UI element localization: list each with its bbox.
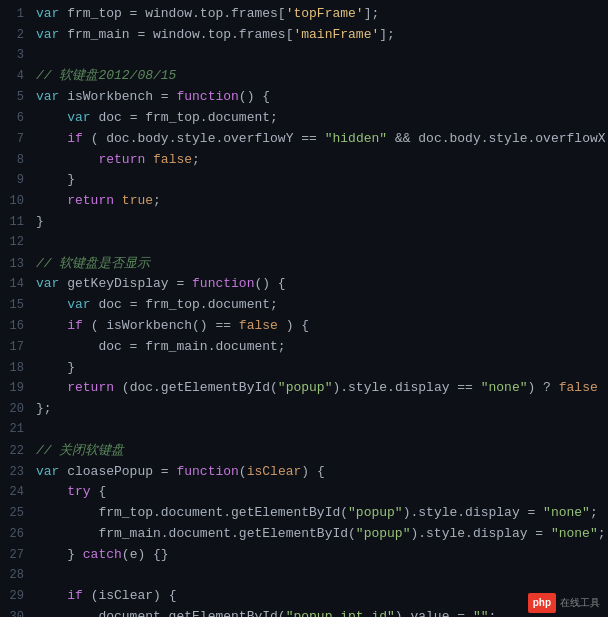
token: doc = frm_top.document; bbox=[91, 110, 278, 125]
line-content: doc = frm_main.document; bbox=[36, 337, 600, 358]
token: } bbox=[36, 360, 75, 375]
line-content: var frm_top = window.top.frames['topFram… bbox=[36, 4, 600, 25]
token: if bbox=[67, 131, 83, 146]
token: } bbox=[36, 547, 83, 562]
token: var bbox=[36, 464, 59, 479]
token: function bbox=[176, 89, 238, 104]
token: frm_top = window.top.frames[ bbox=[59, 6, 285, 21]
line-number: 19 bbox=[0, 379, 24, 398]
token: ; bbox=[488, 609, 496, 617]
line-number: 14 bbox=[0, 275, 24, 294]
code-editor: 1var frm_top = window.top.frames['topFra… bbox=[0, 0, 608, 617]
line-content: return true; bbox=[36, 191, 600, 212]
line-number: 21 bbox=[0, 420, 24, 439]
line-number: 16 bbox=[0, 317, 24, 336]
token bbox=[36, 318, 67, 333]
token: try bbox=[67, 484, 90, 499]
code-line: 23var cloasePopup = function(isClear) { bbox=[0, 462, 608, 483]
line-number: 17 bbox=[0, 338, 24, 357]
line-number: 6 bbox=[0, 109, 24, 128]
line-content: } bbox=[36, 212, 600, 233]
token bbox=[36, 152, 98, 167]
line-number: 11 bbox=[0, 213, 24, 232]
token: if bbox=[67, 588, 83, 603]
code-line: 7 if ( doc.body.style.overflowY == "hidd… bbox=[0, 129, 608, 150]
line-number: 20 bbox=[0, 400, 24, 419]
line-number: 9 bbox=[0, 171, 24, 190]
code-line: 11} bbox=[0, 212, 608, 233]
line-content: // 关闭软键盘 bbox=[36, 441, 600, 462]
code-line: 3 bbox=[0, 46, 608, 67]
token: var bbox=[36, 89, 59, 104]
token bbox=[36, 484, 67, 499]
code-line: 19 return (doc.getElementById("popup").s… bbox=[0, 378, 608, 399]
token: return bbox=[67, 380, 114, 395]
token bbox=[36, 131, 67, 146]
line-content: } bbox=[36, 358, 600, 379]
token: ( doc.body.style.overflowY == bbox=[83, 131, 325, 146]
token: (doc.getElementById( bbox=[114, 380, 278, 395]
token: getKeyDisplay = bbox=[59, 276, 192, 291]
token: // 软键盘2012/08/15 bbox=[36, 68, 176, 83]
token: return bbox=[98, 152, 145, 167]
token: "none" bbox=[481, 380, 528, 395]
token: // 关闭软键盘 bbox=[36, 443, 124, 458]
code-line: 1var frm_top = window.top.frames['topFra… bbox=[0, 4, 608, 25]
line-number: 15 bbox=[0, 296, 24, 315]
token: "none" bbox=[543, 505, 590, 520]
token: ).style.display == bbox=[332, 380, 480, 395]
token: doc = frm_main.document; bbox=[36, 339, 286, 354]
token: () { bbox=[239, 89, 270, 104]
token: isWorkbench = bbox=[59, 89, 176, 104]
line-content: var getKeyDisplay = function() { bbox=[36, 274, 600, 295]
token: : bbox=[598, 380, 608, 395]
line-number: 28 bbox=[0, 566, 24, 585]
code-line: 20}; bbox=[0, 399, 608, 420]
token: ; bbox=[192, 152, 200, 167]
line-content: return (doc.getElementById("popup").styl… bbox=[36, 378, 608, 399]
line-number: 13 bbox=[0, 255, 24, 274]
token: catch bbox=[83, 547, 122, 562]
line-content: }; bbox=[36, 399, 600, 420]
token: (e) {} bbox=[122, 547, 169, 562]
logo-text: 在线工具 bbox=[560, 595, 600, 611]
token: ) { bbox=[301, 464, 324, 479]
token: "" bbox=[473, 609, 489, 617]
token: cloasePopup = bbox=[59, 464, 176, 479]
code-line: 18 } bbox=[0, 358, 608, 379]
line-content: var cloasePopup = function(isClear) { bbox=[36, 462, 600, 483]
code-line: 24 try { bbox=[0, 482, 608, 503]
token: 'mainFrame' bbox=[293, 27, 379, 42]
token: function bbox=[192, 276, 254, 291]
token: frm_main.document.getElementById( bbox=[36, 526, 356, 541]
code-line: 16 if ( isWorkbench() == false ) { bbox=[0, 316, 608, 337]
token: && doc.body.style.overflowX bbox=[387, 131, 605, 146]
token: ; bbox=[153, 193, 161, 208]
token: { bbox=[91, 484, 107, 499]
token: "hidden" bbox=[325, 131, 387, 146]
code-line: 30 document.getElementById("popup_ipt_id… bbox=[0, 607, 608, 617]
line-number: 22 bbox=[0, 442, 24, 461]
token: var bbox=[36, 6, 59, 21]
token: false bbox=[239, 318, 278, 333]
token: frm_top.document.getElementById( bbox=[36, 505, 348, 520]
line-content: } catch(e) {} bbox=[36, 545, 600, 566]
token: document.getElementById( bbox=[36, 609, 286, 617]
token: function bbox=[176, 464, 238, 479]
token: "popup" bbox=[348, 505, 403, 520]
code-line: 12 bbox=[0, 233, 608, 254]
token: ; bbox=[598, 526, 606, 541]
line-content: var doc = frm_top.document; bbox=[36, 108, 600, 129]
line-number: 30 bbox=[0, 608, 24, 617]
line-content: try { bbox=[36, 482, 600, 503]
code-line: 26 frm_main.document.getElementById("pop… bbox=[0, 524, 608, 545]
token: } bbox=[36, 214, 44, 229]
code-line: 14var getKeyDisplay = function() { bbox=[0, 274, 608, 295]
token: }; bbox=[36, 401, 52, 416]
line-number: 10 bbox=[0, 192, 24, 211]
line-number: 12 bbox=[0, 233, 24, 252]
token: if bbox=[67, 318, 83, 333]
token bbox=[36, 380, 67, 395]
token: "popup" bbox=[278, 380, 333, 395]
token bbox=[145, 152, 153, 167]
